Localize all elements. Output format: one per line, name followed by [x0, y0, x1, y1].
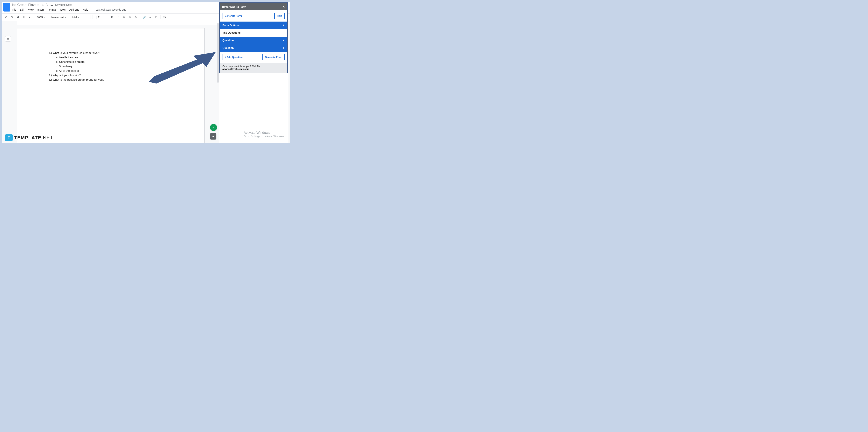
- paint-format-button[interactable]: 🖌: [27, 14, 32, 20]
- title-row: Ice Cream Flavors ☆ ⤵ ☁ Saved to Drive: [12, 3, 240, 7]
- saved-status: Saved to Drive: [55, 3, 72, 6]
- panel-top-buttons: Generate Form Help: [220, 10, 287, 21]
- app-window: Ice Cream Flavors ☆ ⤵ ☁ Saved to Drive F…: [2, 2, 289, 143]
- undo-button[interactable]: ↶: [3, 14, 8, 20]
- question-label: Question: [222, 46, 234, 49]
- star-icon[interactable]: ☆: [41, 3, 44, 7]
- menu-help[interactable]: Help: [83, 8, 88, 11]
- generate-form-button[interactable]: Generate Form: [222, 13, 244, 19]
- question-label: Question: [222, 39, 234, 42]
- font-size-increase[interactable]: +: [102, 15, 106, 19]
- bold-button[interactable]: B: [110, 14, 115, 20]
- document-page[interactable]: 1.) What is your favorite ice cream flav…: [17, 28, 205, 143]
- question-section-1[interactable]: Question +: [220, 36, 287, 44]
- generate-form-button-2[interactable]: Generate Form: [262, 54, 285, 60]
- align-button[interactable]: ≡▾: [162, 14, 167, 20]
- insert-image-button[interactable]: 🖼: [154, 14, 159, 20]
- form-options-section[interactable]: Form Options +: [220, 21, 287, 29]
- spellcheck-button[interactable]: Ａ̲: [21, 14, 26, 20]
- plus-icon: +: [283, 24, 284, 27]
- font-size-value[interactable]: 11: [96, 16, 102, 19]
- better-doc-to-form-panel: Better Doc To Form ✕ Generate Form Help …: [219, 2, 288, 73]
- cloud-saved-icon[interactable]: ☁: [50, 3, 53, 7]
- redo-button[interactable]: ↷: [9, 14, 14, 20]
- menu-tools[interactable]: Tools: [60, 8, 66, 11]
- underline-button[interactable]: U: [121, 14, 127, 20]
- the-questions-section: The Questions: [220, 29, 287, 36]
- print-button[interactable]: 🖶: [15, 14, 21, 20]
- docs-logo-icon[interactable]: [3, 3, 10, 11]
- option-1b: b. Chocolate ice cream: [56, 60, 177, 64]
- template-logo-icon: T: [5, 134, 13, 141]
- option-1a: a. Vanilla ice cream: [56, 55, 177, 60]
- option-1c: c. Strawberry: [56, 64, 177, 69]
- menu-bar: File Edit View Insert Format Tools Add-o…: [12, 7, 240, 11]
- help-button[interactable]: Help: [274, 13, 285, 19]
- add-comment-button[interactable]: 🗨: [148, 14, 153, 20]
- font-size-decrease[interactable]: −: [92, 15, 96, 19]
- template-logo-text: TEMPLATE.NET: [14, 135, 53, 141]
- close-icon[interactable]: ✕: [282, 5, 285, 8]
- floating-buttons: ✓ ✦: [210, 124, 217, 139]
- ruler-inner: [17, 21, 219, 25]
- menu-file[interactable]: File: [12, 8, 16, 11]
- watermark-line2: Go to Settings to activate Windows: [244, 135, 284, 138]
- template-net-badge: T TEMPLATE.NET: [5, 134, 53, 141]
- menu-view[interactable]: View: [28, 8, 34, 11]
- panel-bottom-buttons: + Add Question Generate Form: [220, 52, 287, 63]
- panel-header: Better Doc To Form ✕: [220, 3, 287, 10]
- grammarly-icon[interactable]: ✓: [210, 124, 217, 131]
- badge-ext: .NET: [41, 135, 53, 140]
- zoom-dropdown[interactable]: 100%: [35, 16, 47, 19]
- move-icon[interactable]: ⤵: [46, 3, 48, 6]
- italic-button[interactable]: I: [116, 14, 121, 20]
- scrollbar[interactable]: [217, 23, 219, 83]
- question-1: 1.) What is your favorite ice cream flav…: [49, 51, 177, 55]
- menu-edit[interactable]: Edit: [20, 8, 24, 11]
- highlight-button[interactable]: ✎: [133, 14, 138, 20]
- plus-icon: +: [283, 46, 284, 49]
- menu-format[interactable]: Format: [48, 8, 56, 11]
- form-options-label: Form Options: [222, 24, 240, 27]
- panel-footer: Can I improve this for you? Mail Me: ado…: [220, 63, 287, 73]
- question-section-2[interactable]: Question +: [220, 44, 287, 52]
- explore-button[interactable]: ✦: [210, 133, 216, 139]
- separator: [34, 15, 34, 19]
- windows-watermark: Activate Windows Go to Settings to activ…: [244, 131, 284, 138]
- watermark-line1: Activate Windows: [244, 131, 284, 135]
- question-2: 2.) Why is it your favorite?: [49, 73, 177, 77]
- insert-link-button[interactable]: 🔗: [142, 14, 147, 20]
- badge-name: TEMPLATE: [14, 135, 41, 140]
- footer-text: Can I improve this for you? Mail Me:: [222, 65, 261, 68]
- text-color-button[interactable]: A: [127, 14, 133, 20]
- separator: [108, 15, 108, 19]
- menu-insert[interactable]: Insert: [37, 8, 44, 11]
- ruler[interactable]: [17, 21, 219, 25]
- separator: [48, 15, 49, 19]
- more-tools-button[interactable]: ⋯: [170, 14, 176, 20]
- style-dropdown[interactable]: Normal text: [50, 16, 67, 19]
- menu-addons[interactable]: Add-ons: [69, 8, 79, 11]
- outline-toggle-button[interactable]: ▤: [5, 36, 11, 42]
- panel-title: Better Doc To Form: [222, 5, 246, 8]
- title-column: Ice Cream Flavors ☆ ⤵ ☁ Saved to Drive F…: [12, 3, 240, 11]
- last-edit-link[interactable]: Last edit was seconds ago: [96, 8, 126, 11]
- addon-sidebar: Better Doc To Form ✕ Generate Form Help …: [219, 2, 288, 143]
- footer-email-link[interactable]: adons@livefiredev.com: [222, 68, 249, 70]
- font-size-control: − 11 +: [92, 15, 106, 19]
- separator: [69, 15, 69, 19]
- question-3: 3.) What is the best ice cream brand for…: [49, 77, 177, 82]
- font-dropdown[interactable]: Arial: [70, 16, 89, 19]
- option-1d: d. All of the flavors: [56, 69, 177, 73]
- plus-icon: +: [283, 39, 284, 42]
- add-question-button[interactable]: + Add Question: [222, 54, 245, 60]
- document-title[interactable]: Ice Cream Flavors: [12, 3, 39, 7]
